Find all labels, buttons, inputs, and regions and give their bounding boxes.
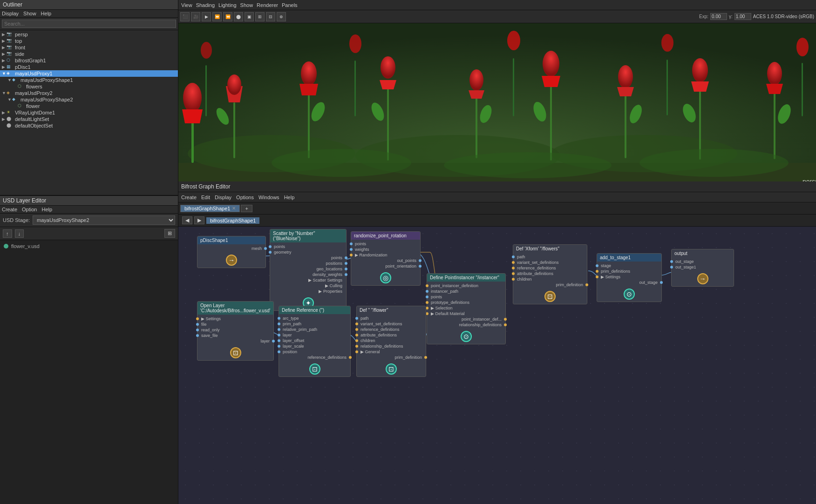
tree-item-flowers[interactable]: ⬡ flowers [0,83,178,90]
svg-marker-35 [766,84,783,94]
svg-point-44 [661,34,673,52]
svg-point-50 [272,149,411,177]
node-def-xform[interactable]: Def 'Xform' "/flowers" path variant_set_… [513,244,587,304]
tree-label-front: front [15,45,25,50]
ne-menu-windows[interactable]: Windows [258,195,279,200]
vp-menu-shading[interactable]: Shading [196,2,215,8]
svg-rect-25 [625,95,626,158]
tree-arrow: ▶ [2,32,7,37]
usd-export-button[interactable]: ↓ [15,229,24,238]
vp-menu-view[interactable]: View [181,2,192,8]
node-pDiscShape1-icon[interactable]: → [226,255,237,266]
node-def-flower[interactable]: Def '' "/flower" path variant_set_defini… [356,306,426,377]
usd-menu-create[interactable]: Create [2,207,17,212]
vp-btn-9[interactable]: ⊟ [266,12,275,21]
node-xform-icon[interactable]: ⊡ [544,291,556,302]
vp-btn-1[interactable]: ⬛ [180,12,190,21]
gamma-input[interactable] [734,13,751,20]
node-instancer-icon[interactable]: ⊙ [461,331,472,342]
node-randomize[interactable]: randomize_point_rotation points weights … [351,231,421,286]
ne-menubar: Create Edit Display Options Windows Help [178,192,816,202]
outliner-menu-show[interactable]: Show [23,11,36,16]
node-point-instancer[interactable]: Define PointInstancer "/instancer" point… [427,273,506,344]
usd-stage-select[interactable]: mayaUsdProxyShape1 mayaUsdProxyShape2 [33,215,175,225]
node-def-flower-icon[interactable]: ⊡ [386,363,397,375]
tree-item-defaultLightSet[interactable]: ▶ ⬤ defaultLightSet [0,116,178,122]
ne-breadcrumb-back[interactable]: ◀ [182,216,192,224]
tree-item-mayaUsdProxyShape2[interactable]: ▼ ◆ mayaUsdProxyShape2 [0,96,178,103]
vp-btn-6[interactable]: ⬤ [234,12,243,21]
ne-canvas[interactable]: pDiscShape1 mesh → Scatter by "Number" (… [178,227,816,504]
node-define-ref[interactable]: Define Reference ('') arc_type prim_path… [279,306,351,377]
svg-marker-11 [299,84,318,95]
svg-rect-39 [354,60,356,116]
node-add-stage-icon[interactable]: ⊙ [624,289,635,300]
vp-btn-3[interactable]: ▶ [202,12,211,21]
vp-menu-panels[interactable]: Panels [282,2,298,8]
vp-btn-10[interactable]: ⊕ [277,12,286,21]
outliner-menu-help[interactable]: Help [41,11,52,16]
tree-item-persp[interactable]: ▶ 📷 persp [0,31,178,38]
vp-menu-renderer[interactable]: Renderer [257,2,278,8]
node-add-stage[interactable]: add_to_stage1 stage prim_definitions ▶ S… [597,253,662,302]
tree-item-defaultObjectSet[interactable]: ⬤ defaultObjectSet [0,122,178,129]
tree-label-VRayLightDome1: VRayLightDome1 [15,110,55,115]
usd-import-button[interactable]: ↑ [3,229,12,238]
ne-menu-options[interactable]: Options [236,195,254,200]
outliner-menubar: Display Show Help [0,10,178,18]
ne-menu-edit[interactable]: Edit [201,195,210,200]
node-scatter[interactable]: Scatter by "Number" ("BlueNoise") points… [270,229,347,311]
node-open-layer[interactable]: Open Layer 'C:/Autodesk/Bifros...flower_… [197,301,274,361]
node-output-icon[interactable]: → [697,273,708,284]
node-output[interactable]: output out_stage out_stage1 → [671,249,734,287]
usd-menu-help[interactable]: Help [41,207,52,212]
tree-item-pDisc1[interactable]: ▶ ▦ pDisc1 [0,64,178,70]
port-xform-variant: variant_set_definitions [513,260,587,265]
node-define-ref-icon[interactable]: ⊡ [309,363,320,375]
node-pDiscShape1-body: mesh [197,244,265,253]
node-open-layer-icon[interactable]: ⊡ [230,347,241,358]
node-randomize-icon[interactable]: ◎ [380,272,391,283]
usd-menu-option[interactable]: Option [22,207,37,212]
svg-rect-45 [802,63,803,116]
vp-menu-show[interactable]: Show [240,2,253,8]
tree-item-flower[interactable]: ⬡ flower [0,103,178,109]
ne-menu-display[interactable]: Display [215,195,231,200]
tree-item-VRayLightDome1[interactable]: ▶ ☀ VRayLightDome1 [0,109,178,116]
vp-menu-lighting[interactable]: Lighting [218,2,237,8]
tree-item-side[interactable]: ▶ 📷 side [0,51,178,57]
port-inst-def: point_instancer_definition [427,283,505,289]
ne-tab-bifrost[interactable]: bifrostGraphShape1 ✕ [180,205,240,212]
exposure-input[interactable] [710,13,727,20]
tree-icon-top: 📷 [7,38,14,44]
layer-item[interactable]: flower_v.usd [2,242,176,250]
vp-btn-5[interactable]: ⏪ [223,12,232,21]
tree-item-top[interactable]: ▶ 📷 top [0,38,178,44]
tree-item-bifrostGraph1[interactable]: ▶ ⬡ bifrostGraph1 [0,57,178,64]
tree-icon-mayaUsdProxy1: ◈ [7,71,14,76]
port-scatter-points-in: points [270,244,346,249]
ne-menu-create[interactable]: Create [181,195,197,200]
node-def-flower-body: path variant_set_definitions reference_d… [357,314,426,362]
vp-btn-4[interactable]: ⏩ [212,12,222,21]
ne-menu-help[interactable]: Help [284,195,295,200]
tree-item-front[interactable]: ▶ 📷 front [0,44,178,51]
outliner-menu-display[interactable]: Display [2,11,19,16]
ne-tab-add[interactable]: + [241,205,252,212]
tree-item-mayaUsdProxy2[interactable]: ▼ ◈ mayaUsdProxy2 [0,90,178,96]
search-input[interactable] [2,20,176,28]
tree-item-mayaUsdProxyShape1[interactable]: ▼ ◆ mayaUsdProxyShape1 [0,77,178,83]
port-xform-path: path [513,254,587,260]
node-pDiscShape1[interactable]: pDiscShape1 mesh → [197,236,266,268]
usd-stage-row: USD Stage: mayaUsdProxyShape1 mayaUsdPro… [0,214,178,227]
ne-tab-close[interactable]: ✕ [232,206,236,211]
vp-btn-7[interactable]: ▣ [245,12,254,21]
vp-btn-8[interactable]: ⊞ [255,12,265,21]
tree-arrow: ▶ [2,52,7,56]
tree-item-mayaUsdProxy1[interactable]: ▼ ◈ mayaUsdProxy1 [0,70,178,77]
ne-breadcrumb-current[interactable]: bifrostGraphShape1 [206,217,259,224]
usd-grid-button[interactable]: ⊞ [164,229,175,238]
svg-point-42 [507,31,520,50]
vp-btn-2[interactable]: 🎥 [191,12,200,21]
ne-breadcrumb-forward[interactable]: ▶ [194,216,204,224]
